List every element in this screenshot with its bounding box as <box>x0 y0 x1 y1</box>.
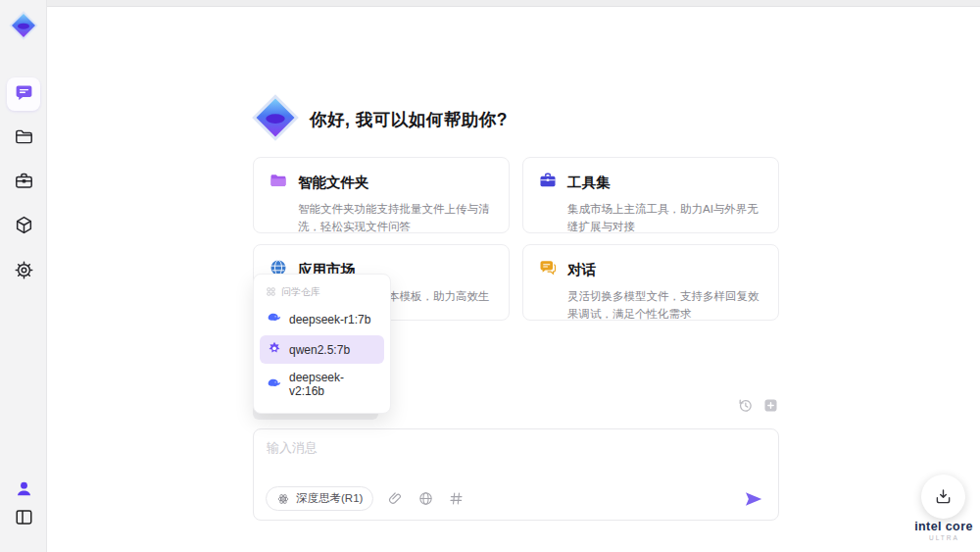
send-icon[interactable] <box>742 487 765 511</box>
model-dropdown-header: 问学仓库 <box>254 279 390 303</box>
history-icon[interactable] <box>737 397 754 414</box>
folder-icon <box>269 171 288 194</box>
chat-icon <box>14 82 34 107</box>
download-button[interactable] <box>921 475 965 519</box>
card-desc: 智能文件夹功能支持批量文件上传与清洗，轻松实现文件问答 <box>298 201 494 236</box>
window-top-strip <box>47 0 980 7</box>
user-icon <box>14 478 34 503</box>
gem-logo-icon <box>250 92 301 147</box>
briefcase-icon <box>538 171 558 194</box>
card-desc: 灵活切换多模型文件，支持多样回复效果调试，满足个性化需求 <box>567 288 763 324</box>
download-icon <box>933 486 954 507</box>
composer: 深度思考(R1) <box>253 428 779 521</box>
deep-think-label: 深度思考(R1) <box>296 491 363 506</box>
deep-think-toggle[interactable]: 深度思考(R1) <box>266 486 373 511</box>
cube-icon <box>14 215 34 239</box>
model-option-label: qwen2.5:7b <box>289 343 350 357</box>
qwen-icon <box>267 340 282 359</box>
sidebar-item-folders[interactable] <box>7 122 40 155</box>
conversation-actions <box>737 397 779 414</box>
sidebar-item-toolbox[interactable] <box>7 166 40 199</box>
model-option-qwen[interactable]: qwen2.5:7b <box>260 335 384 364</box>
greeting: 你好, 我可以如何帮助你? <box>250 92 508 147</box>
model-option-deepseek-v2[interactable]: deepseek-v2:16b <box>260 366 384 403</box>
app-window: 你好, 我可以如何帮助你? 智能文件夹 智能文件夹功能支持批量文件上传与清洗，轻… <box>0 0 980 552</box>
atom-icon <box>276 492 290 506</box>
briefcase-icon <box>14 171 34 195</box>
sidebar-item-collapse[interactable] <box>7 502 40 535</box>
deepseek-whale-icon <box>267 310 282 328</box>
intel-core-label: intel core <box>904 520 980 533</box>
card-title: 智能文件夹 <box>298 174 369 192</box>
chat-icon <box>538 258 558 281</box>
web-search-icon[interactable] <box>417 490 434 507</box>
intel-tier-label: ULTRA <box>929 534 980 541</box>
folder-icon <box>14 126 34 151</box>
paperclip-icon[interactable] <box>387 490 404 507</box>
card-desc: 集成市场上主流工具，助力AI与外界无缝扩展与对接 <box>567 201 763 236</box>
model-option-label: deepseek-r1:7b <box>289 313 370 326</box>
card-title: 对话 <box>567 261 596 279</box>
new-chat-icon[interactable] <box>762 397 779 414</box>
model-dropdown: 问学仓库 deepseek-r1:7b qwen2.5:7b deepseek-… <box>253 274 391 414</box>
gear-icon <box>14 260 34 284</box>
repository-icon <box>266 286 276 299</box>
model-option-deepseek-r1[interactable]: deepseek-r1:7b <box>260 305 384 333</box>
card-smart-folder[interactable]: 智能文件夹 智能文件夹功能支持批量文件上传与清洗，轻松实现文件问答 <box>253 157 510 233</box>
composer-toolbar: 深度思考(R1) <box>266 486 465 511</box>
message-input[interactable] <box>267 439 757 477</box>
app-logo-icon <box>8 10 39 41</box>
deepseek-whale-icon <box>267 376 282 394</box>
sidebar-item-chat[interactable] <box>7 77 40 111</box>
intel-core-badge: intel core ULTRA <box>904 520 980 541</box>
sidebar-item-models[interactable] <box>7 210 40 243</box>
card-conversation[interactable]: 对话 灵活切换多模型文件，支持多样回复效果调试，满足个性化需求 <box>522 244 779 321</box>
sidebar-item-settings[interactable] <box>7 255 40 288</box>
model-option-label: deepseek-v2:16b <box>289 371 377 398</box>
panel-icon <box>14 507 34 531</box>
card-title: 工具集 <box>567 174 611 192</box>
hash-icon[interactable] <box>448 490 465 507</box>
card-toolset[interactable]: 工具集 集成市场上主流工具，助力AI与外界无缝扩展与对接 <box>522 157 779 233</box>
sidebar <box>0 0 47 552</box>
model-dropdown-header-label: 问学仓库 <box>281 285 320 299</box>
greeting-title: 你好, 我可以如何帮助你? <box>310 108 508 131</box>
